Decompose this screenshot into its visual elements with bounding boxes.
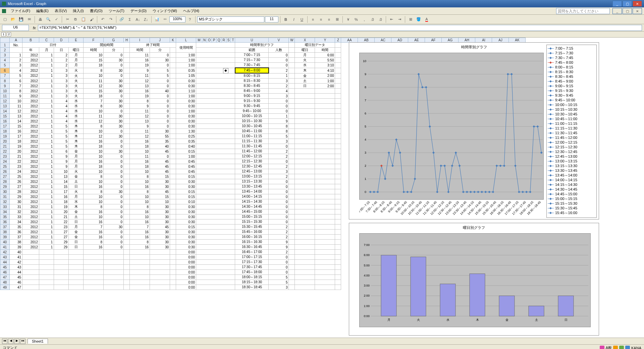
currency-icon[interactable]: ¥ xyxy=(344,16,352,23)
smart-tag-icon[interactable]: ◆ xyxy=(223,68,228,73)
zoom-select[interactable]: 100% xyxy=(169,16,185,22)
cell-selected[interactable]: 13:15～13:30 xyxy=(235,179,269,184)
cell-selected[interactable]: 8:15～8:30 xyxy=(235,79,269,84)
doc-restore-button[interactable]: ▢ xyxy=(623,8,632,14)
col-header[interactable]: AK xyxy=(509,38,526,43)
col-header[interactable]: F xyxy=(84,38,104,43)
col-header[interactable]: B xyxy=(22,38,39,43)
cell-selected[interactable]: 11:15～11:30 xyxy=(235,139,269,144)
cell-selected[interactable]: 13:00～13:15 xyxy=(235,174,269,179)
cell-selected[interactable]: 9:00～9:15 xyxy=(235,94,269,99)
cell-selected[interactable]: 12:45～13:00 xyxy=(235,169,269,174)
cell-selected[interactable]: 7:30～7:45 xyxy=(235,63,269,68)
dec-indent-icon[interactable]: ⇤ xyxy=(388,16,395,23)
col-header[interactable]: AD xyxy=(391,38,408,43)
cell-selected[interactable]: 16:00～16:15 xyxy=(235,235,269,240)
col-header[interactable]: S xyxy=(226,38,231,43)
cell-selected[interactable]: 12:30～12:45 xyxy=(235,164,269,169)
col-header[interactable]: Z xyxy=(335,38,341,43)
status-icon-3[interactable] xyxy=(619,346,624,349)
maximize-button[interactable]: ▢ xyxy=(623,1,632,7)
menu-file[interactable]: ファイル(F) xyxy=(8,8,33,14)
col-header[interactable]: J xyxy=(150,38,170,43)
cell-selected[interactable]: 10:45～11:00 xyxy=(235,129,269,134)
comma-icon[interactable]: , xyxy=(361,16,368,23)
undo-icon[interactable]: ↶ xyxy=(99,16,106,23)
borders-icon[interactable]: ⊞ xyxy=(407,16,414,23)
cell-selected[interactable]: 14:45～15:00 xyxy=(235,209,269,214)
cell-selected[interactable]: 14:30～14:45 xyxy=(235,204,269,209)
col-header[interactable]: AF xyxy=(425,38,442,43)
col-header[interactable]: T xyxy=(231,38,235,43)
close-button[interactable]: ✕ xyxy=(633,1,642,7)
col-header[interactable]: R xyxy=(221,38,226,43)
col-header[interactable]: AJ xyxy=(492,38,509,43)
tab-last-icon[interactable]: ⏭ xyxy=(20,339,25,344)
cell-selected[interactable]: 15:30～15:45 xyxy=(235,225,269,230)
merge-icon[interactable]: ⊞ xyxy=(333,16,341,23)
underline-icon[interactable]: U xyxy=(298,16,306,23)
col-header[interactable]: Q xyxy=(216,38,221,43)
help-icon[interactable]: ? xyxy=(186,16,194,23)
preview-icon[interactable]: 🔍 xyxy=(45,16,52,23)
cut-icon[interactable]: ✂ xyxy=(64,16,71,23)
paste-icon[interactable]: 📋 xyxy=(80,16,87,23)
fontsize-select[interactable]: 11 xyxy=(265,16,278,22)
cell-selected[interactable]: 17:30～17:45 xyxy=(235,265,269,270)
menu-format[interactable]: 書式(O) xyxy=(87,8,105,14)
percent-icon[interactable]: % xyxy=(353,16,360,23)
cell-selected[interactable]: 9:15～9:30 xyxy=(235,99,269,104)
cell-selected[interactable]: 10:30～10:45 xyxy=(235,124,269,129)
italic-icon[interactable]: I xyxy=(290,16,298,23)
new-icon[interactable]: ▢ xyxy=(1,16,9,23)
cell-selected[interactable]: 16:45～17:00 xyxy=(235,250,269,255)
align-right-icon[interactable]: ≡ xyxy=(325,16,333,23)
ime-icon[interactable] xyxy=(600,346,604,349)
cell-selected[interactable]: 16:30～16:45 xyxy=(235,245,269,250)
cell-selected[interactable]: 9:30～9:45 xyxy=(235,104,269,109)
col-header[interactable]: P xyxy=(212,38,217,43)
col-header[interactable]: AB xyxy=(358,38,375,43)
chart-dayofweek[interactable]: 曜日別グラフ 0:001:002:003:004:005:006:007:00月… xyxy=(349,223,599,336)
cell-selected[interactable]: 14:00～14:15 xyxy=(235,194,269,199)
col-header[interactable]: W xyxy=(289,38,295,43)
tab-prev-icon[interactable]: ◀ xyxy=(8,339,13,344)
format-painter-icon[interactable]: 🖌 xyxy=(88,16,95,23)
drawing-icon[interactable]: ✏ xyxy=(161,16,169,23)
col-header[interactable]: AI xyxy=(475,38,492,43)
inc-decimal-icon[interactable]: .0 xyxy=(369,16,376,23)
cell-selected[interactable]: 8:30～8:45 xyxy=(235,84,269,89)
help-search-input[interactable] xyxy=(556,8,610,14)
col-header[interactable]: E xyxy=(69,38,84,43)
cell-selected[interactable]: 13:45～14:00 xyxy=(235,189,269,194)
col-header[interactable]: C xyxy=(39,38,54,43)
dec-decimal-icon[interactable]: .0 xyxy=(377,16,384,23)
sum-icon[interactable]: Σ xyxy=(126,16,133,23)
cell-selected[interactable]: 12:15～12:30 xyxy=(235,159,269,164)
menu-window[interactable]: ウィンドウ(W) xyxy=(150,8,180,14)
bold-icon[interactable]: B xyxy=(282,16,289,23)
menu-view[interactable]: 表示(V) xyxy=(52,8,70,14)
menu-insert[interactable]: 挿入(I) xyxy=(70,8,86,14)
col-header[interactable]: AH xyxy=(459,38,475,43)
col-header[interactable]: Y xyxy=(315,38,335,43)
menu-tools[interactable]: ツール(T) xyxy=(106,8,127,14)
font-color-icon[interactable]: A xyxy=(423,16,430,23)
cell-selected[interactable]: 15:45～16:00 xyxy=(235,230,269,235)
align-left-icon[interactable]: ≡ xyxy=(309,16,317,23)
col-header[interactable]: U xyxy=(235,38,269,43)
cell-selected[interactable]: 8:45～9:00 xyxy=(235,89,269,94)
status-icon-4[interactable] xyxy=(625,346,630,349)
print-icon[interactable]: 🖶 xyxy=(37,16,44,23)
cell-selected[interactable]: 11:45～12:00 xyxy=(235,149,269,154)
col-header[interactable]: AG xyxy=(442,38,459,43)
chart-timeband[interactable]: 時間帯別グラフ 012345678910 7:00～7:157:15～7:307… xyxy=(349,42,599,219)
cell-selected[interactable]: 9:45～10:00 xyxy=(235,109,269,114)
cell-selected[interactable]: 15:15～15:30 xyxy=(235,219,269,225)
cell-selected[interactable]: 17:45～18:00 xyxy=(235,270,269,275)
align-center-icon[interactable]: ≡ xyxy=(317,16,325,23)
cell-selected[interactable]: 11:00～11:15 xyxy=(235,134,269,139)
redo-icon[interactable]: ↷ xyxy=(107,16,114,23)
worksheet-area[interactable]: ABCDEFGHIJKLMNOPQRSTUVWXYZAAABACADAEAFAG… xyxy=(0,38,644,338)
col-header[interactable]: AE xyxy=(408,38,425,43)
